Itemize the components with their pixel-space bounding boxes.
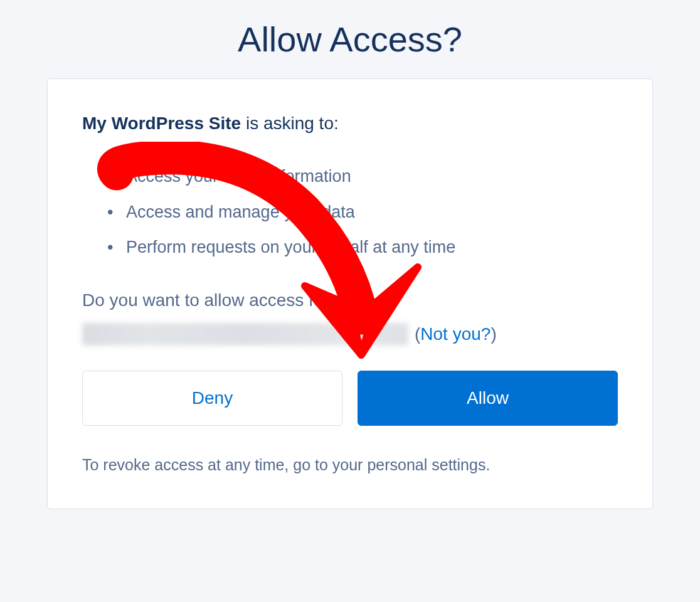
asking-suffix: is asking to: — [241, 114, 339, 133]
app-name: My WordPress Site — [82, 114, 241, 133]
paren-close: ) — [491, 324, 496, 344]
asking-line: My WordPress Site is asking to: — [82, 114, 618, 134]
not-you-wrapper: (Not you?) — [415, 324, 497, 344]
paren-open: ( — [415, 324, 420, 344]
confirm-line: Do you want to allow access for — [82, 290, 618, 310]
permission-card: My WordPress Site is asking to: Access y… — [47, 78, 653, 509]
blurred-user-email — [82, 323, 408, 346]
permissions-list: Access your basic information Access and… — [82, 164, 618, 260]
not-you-link[interactable]: Not you? — [420, 324, 491, 344]
list-item: Access your basic information — [107, 164, 618, 189]
page-title: Allow Access? — [0, 0, 700, 78]
button-row: Deny Allow — [82, 371, 618, 426]
list-item: Access and manage your data — [107, 199, 618, 225]
user-line: (Not you?) — [82, 323, 618, 346]
list-item: Perform requests on your behalf at any t… — [107, 235, 618, 260]
deny-button[interactable]: Deny — [82, 371, 342, 426]
revoke-text: To revoke access at any time, go to your… — [82, 456, 618, 474]
allow-button[interactable]: Allow — [358, 371, 618, 426]
